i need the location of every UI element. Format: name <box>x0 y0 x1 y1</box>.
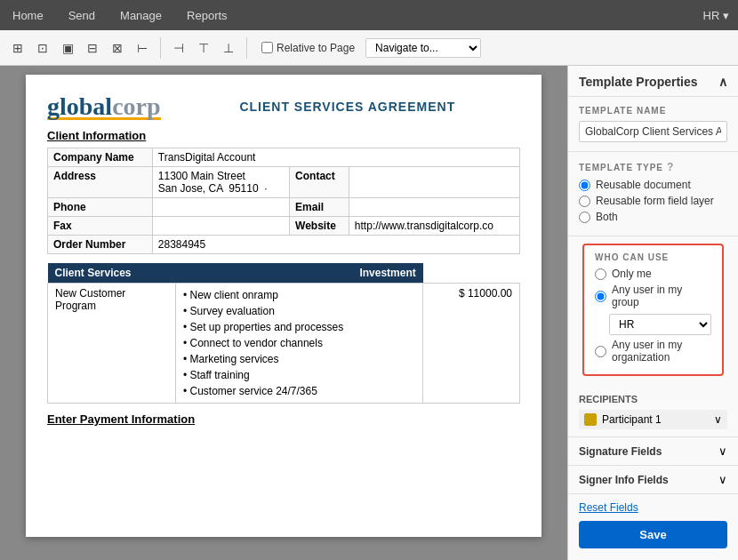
nav-manage[interactable]: Manage <box>116 9 165 22</box>
list-item: Set up properties and processes <box>183 319 415 335</box>
program-detail-cell: New client onramp Survey evaluation Set … <box>175 284 422 404</box>
template-name-input[interactable] <box>579 121 727 142</box>
radio-form-field-layer-input[interactable] <box>579 196 590 207</box>
radio-both-label: Both <box>596 211 618 223</box>
toolbar-icon-4[interactable]: ⊟ <box>82 37 103 59</box>
recipients-label: RECIPIENTS <box>579 394 727 404</box>
relative-page-checkbox[interactable] <box>261 42 273 53</box>
table-header-row: Client Services Investment <box>48 263 520 284</box>
value-fax <box>152 217 289 236</box>
radio-form-field-layer[interactable]: Reusable form field layer <box>579 195 727 207</box>
value-order: 28384945 <box>152 236 519 254</box>
label-address: Address <box>48 167 153 198</box>
list-item: New client onramp <box>183 287 415 303</box>
panel-header: Template Properties ∧ <box>568 66 738 97</box>
toolbar-icon-2[interactable]: ⊡ <box>32 37 53 59</box>
list-item: Marketing services <box>183 351 415 367</box>
template-type-section: TEMPLATE TYPE ? Reusable document Reusab… <box>568 152 738 236</box>
services-list: New client onramp Survey evaluation Set … <box>183 287 415 399</box>
label-email: Email <box>290 198 349 217</box>
value-email <box>349 198 519 217</box>
template-name-label: TEMPLATE NAME <box>579 106 727 116</box>
value-address: 11300 Main StreetSan Jose, CA 95110 · <box>152 167 289 198</box>
radio-any-user-group[interactable]: Any user in my group <box>595 284 711 308</box>
value-phone <box>152 198 289 217</box>
signature-fields-section[interactable]: Signature Fields ∨ <box>568 437 738 466</box>
main-area: globalcorp CLIENT SERVICES AGREEMENT Cli… <box>0 66 738 560</box>
toolbar-icon-9[interactable]: ⊥ <box>218 37 239 59</box>
table-row: Address 11300 Main StreetSan Jose, CA 95… <box>48 167 520 198</box>
radio-any-user-group-label: Any user in my group <box>612 284 711 308</box>
toolbar-separator-2 <box>246 37 247 59</box>
list-item: Staff training <box>183 367 415 383</box>
table-row: Company Name TransDigital Account <box>48 148 520 167</box>
nav-items: Home Send Manage Reports <box>9 9 231 22</box>
signer-info-label: Signer Info Fields <box>579 474 669 486</box>
radio-any-user-org[interactable]: Any user in my organization <box>595 339 711 364</box>
who-can-use-label: WHO CAN USE <box>595 252 711 262</box>
logo-global: global <box>47 92 112 120</box>
document-title: CLIENT SERVICES AGREEMENT <box>175 100 520 114</box>
signature-fields-label: Signature Fields <box>579 445 662 458</box>
program-name-cell: New Customer Program <box>48 284 176 404</box>
list-item: Survey evaluation <box>183 303 415 319</box>
signature-fields-expand-icon[interactable]: ∨ <box>718 444 727 458</box>
label-company: Company Name <box>48 148 153 167</box>
services-table: Client Services Investment New Customer … <box>47 263 520 404</box>
radio-only-me-label: Only me <box>612 268 652 280</box>
participant-color-swatch <box>584 413 597 426</box>
template-name-section: TEMPLATE NAME <box>568 97 738 152</box>
table-row: New Customer Program New client onramp S… <box>48 284 520 404</box>
program-amount-cell: $ 11000.00 <box>423 284 520 404</box>
nav-home[interactable]: Home <box>9 9 47 22</box>
help-icon[interactable]: ? <box>667 161 674 173</box>
radio-any-user-group-input[interactable] <box>595 291 606 302</box>
services-col-header: Client Services <box>48 263 176 284</box>
label-contact: Contact <box>290 167 349 198</box>
company-logo: globalcorp <box>47 92 161 120</box>
list-item: Connect to vendor channels <box>183 335 415 351</box>
toolbar-icon-8[interactable]: ⊤ <box>193 37 214 59</box>
radio-only-me-input[interactable] <box>595 268 606 280</box>
label-order: Order Number <box>48 236 153 254</box>
radio-any-user-org-label: Any user in my organization <box>612 339 711 364</box>
signer-info-expand-icon[interactable]: ∨ <box>718 473 727 486</box>
recipients-section: RECIPIENTS Participant 1 ∨ <box>568 387 738 437</box>
payment-title: Enter Payment Information <box>47 412 520 426</box>
nav-reports[interactable]: Reports <box>183 9 231 22</box>
group-dropdown[interactable]: HR <box>609 314 711 335</box>
document-page: globalcorp CLIENT SERVICES AGREEMENT Cli… <box>26 75 541 537</box>
who-can-use-section: WHO CAN USE Only me Any user in my group… <box>582 244 724 376</box>
radio-reusable-doc-input[interactable] <box>579 180 590 191</box>
collapse-icon[interactable]: ∧ <box>718 75 727 89</box>
toolbar-icon-5[interactable]: ⊠ <box>107 37 128 59</box>
doc-header: globalcorp CLIENT SERVICES AGREEMENT <box>47 92 520 120</box>
signer-info-section[interactable]: Signer Info Fields ∨ <box>568 466 738 494</box>
label-website: Website <box>290 217 349 236</box>
investment-col-header: Investment <box>175 263 422 284</box>
reset-fields-link[interactable]: Reset Fields <box>579 501 727 514</box>
bottom-actions: Reset Fields Save <box>568 494 738 556</box>
radio-only-me[interactable]: Only me <box>595 268 711 280</box>
table-row: Order Number 28384945 <box>48 236 520 254</box>
document-area: globalcorp CLIENT SERVICES AGREEMENT Cli… <box>0 66 567 560</box>
participant-expand-icon[interactable]: ∨ <box>714 413 722 426</box>
right-panel: Template Properties ∧ TEMPLATE NAME TEMP… <box>567 66 738 560</box>
radio-reusable-doc[interactable]: Reusable document <box>579 179 727 191</box>
navigate-dropdown[interactable]: Navigate to... <box>365 38 481 58</box>
toolbar-icon-6[interactable]: ⊢ <box>132 37 153 59</box>
relative-page-label[interactable]: Relative to Page <box>261 42 355 54</box>
save-button[interactable]: Save <box>579 521 727 548</box>
toolbar-icon-3[interactable]: ▣ <box>57 37 78 59</box>
nav-send[interactable]: Send <box>65 9 99 22</box>
radio-both[interactable]: Both <box>579 211 727 223</box>
toolbar-icon-1[interactable]: ⊞ <box>7 37 28 59</box>
label-fax: Fax <box>48 217 153 236</box>
user-menu[interactable]: HR ▾ <box>703 9 729 22</box>
toolbar-icon-7[interactable]: ⊣ <box>168 37 189 59</box>
radio-any-user-org-input[interactable] <box>595 346 606 357</box>
table-row: Fax Website http://www.transdigitalcorp.… <box>48 217 520 236</box>
radio-both-input[interactable] <box>579 212 590 223</box>
panel-title: Template Properties <box>579 75 698 89</box>
value-contact <box>349 167 519 198</box>
